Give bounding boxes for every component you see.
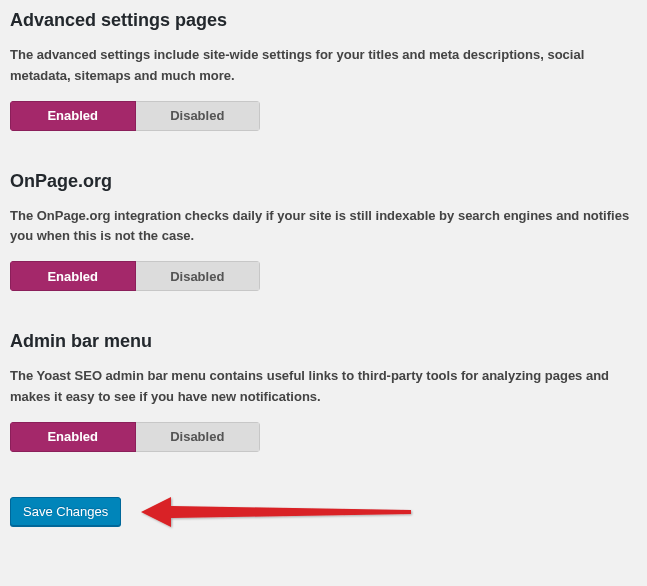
toggle-onpage-org: Enabled Disabled (10, 261, 260, 291)
toggle-disabled-button[interactable]: Disabled (136, 261, 261, 291)
toggle-disabled-button[interactable]: Disabled (136, 422, 261, 452)
toggle-admin-bar-menu: Enabled Disabled (10, 422, 260, 452)
save-changes-button[interactable]: Save Changes (10, 497, 121, 526)
section-heading: Admin bar menu (10, 331, 637, 352)
section-description: The OnPage.org integration checks daily … (10, 206, 637, 248)
toggle-advanced-settings: Enabled Disabled (10, 101, 260, 131)
toggle-disabled-button[interactable]: Disabled (136, 101, 261, 131)
section-advanced-settings: Advanced settings pages The advanced set… (10, 10, 637, 131)
section-description: The Yoast SEO admin bar menu contains us… (10, 366, 637, 408)
save-area: Save Changes (10, 492, 637, 532)
toggle-enabled-button[interactable]: Enabled (10, 422, 136, 452)
annotation-arrow-icon (141, 492, 421, 532)
svg-marker-0 (141, 497, 411, 527)
section-admin-bar-menu: Admin bar menu The Yoast SEO admin bar m… (10, 331, 637, 452)
toggle-enabled-button[interactable]: Enabled (10, 261, 136, 291)
section-onpage-org: OnPage.org The OnPage.org integration ch… (10, 171, 637, 292)
section-heading: OnPage.org (10, 171, 637, 192)
section-heading: Advanced settings pages (10, 10, 637, 31)
section-description: The advanced settings include site-wide … (10, 45, 637, 87)
toggle-enabled-button[interactable]: Enabled (10, 101, 136, 131)
